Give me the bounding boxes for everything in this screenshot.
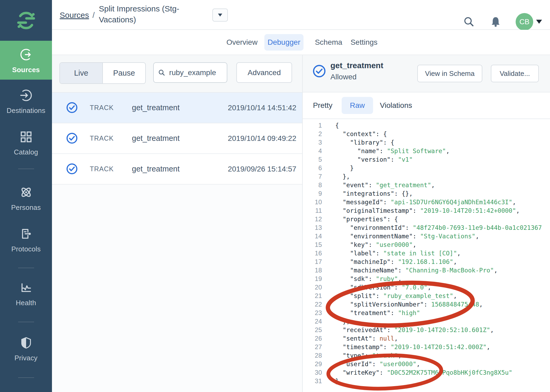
account-caret-down-icon[interactable] [536,20,542,24]
breadcrumb-sources-link[interactable]: Sources [60,11,89,20]
json-line-text: "writeKey": "D0C52M2K75TM6CPqo8bHKj0fC3n… [335,368,512,377]
view-in-schema-button[interactable]: View in Schema [417,65,482,82]
event-detail-panel: get_treatment Allowed View in Schema Val… [302,55,550,392]
line-number: 26 [303,334,323,343]
json-line: 17 "machineIp": "192.168.1.106", [303,258,550,266]
line-number: 24 [303,317,323,326]
sidebar-item-personas[interactable]: Personas [0,186,52,212]
live-button[interactable]: Live [60,63,102,83]
json-line-text: "label": "state in list [CO]", [335,249,461,258]
json-line-text: "machineName": "Channing-B-MacBook-Pro", [335,266,498,275]
json-line-text: "library": { [335,138,394,147]
bell-icon[interactable] [490,16,502,28]
json-line-text: "timestamp": "2019-10-14T20:51:42.000Z", [335,343,490,351]
json-line: 26 "sentAt": null, [303,334,550,343]
line-number: 30 [303,368,323,377]
tab-schema[interactable]: Schema [315,30,342,55]
json-line: 21 "split": "ruby_example_test", [303,292,550,300]
tab-debugger[interactable]: Debugger [264,34,304,51]
event-row[interactable]: TRACK get_treatment 2019/10/14 14:51:42 [52,93,302,123]
event-row[interactable]: TRACK get_treatment 2019/10/14 09:49:22 [52,123,302,154]
json-line: 27 "timestamp": "2019-10-14T20:51:42.000… [303,343,550,351]
json-line: 5 "version": "v1" [303,155,550,164]
search-input[interactable] [169,68,223,77]
segment-logo[interactable] [0,0,52,41]
json-line-text: { [335,121,339,130]
json-line: 15 "key": "user0000", [303,240,550,249]
sidebar-item-protocols[interactable]: Protocols [0,228,52,253]
json-line: 22 "splitVersionNumber": 1568848475448, [303,300,550,309]
sidebar-item-destinations[interactable]: Destinations [0,89,52,115]
json-line-text: "receivedAt": "2019-10-14T20:52:10.601Z"… [335,326,494,334]
json-line-text: }, [335,317,350,326]
caret-down-icon [218,14,222,17]
source-switcher-button[interactable] [212,9,228,22]
line-number: 20 [303,283,323,292]
event-list: TRACK get_treatment 2019/10/14 14:51:42 … [52,93,302,185]
allowed-check-icon [312,64,326,78]
sources-icon [20,49,32,60]
catalog-icon [20,131,32,143]
event-name: get_treatment [132,165,180,173]
json-line-text: "type": "track", [335,351,402,360]
sidebar-item-privacy[interactable]: Privacy [0,337,52,362]
sidebar-item-health[interactable]: Health [0,282,52,307]
line-number: 25 [303,326,323,334]
json-line-text: "context": { [335,130,387,138]
search-icon [158,68,165,77]
json-line-text: "userId": "user0000", [335,360,420,368]
tab-pretty[interactable]: Pretty [312,92,334,119]
pause-button[interactable]: Pause [102,63,145,83]
json-line: 30 "writeKey": "D0C52M2K75TM6CPqo8bHKj0f… [303,368,550,377]
live-pause-toggle: Live Pause [59,62,146,84]
json-line-text: "sdkVersion": "7.0.0", [335,283,431,292]
json-line-text: "properties": { [335,215,398,223]
line-number: 15 [303,240,323,249]
breadcrumb-separator: / [92,11,95,20]
json-line: 1{ [303,121,550,130]
line-number: 23 [303,309,323,317]
valid-check-icon [66,101,78,114]
json-line: 23 "treatment": "high" [303,309,550,317]
event-timestamp: 2019/09/26 15:14:57 [228,165,296,173]
json-line: 31} [303,377,550,385]
event-type: TRACK [90,134,114,142]
event-row[interactable]: TRACK get_treatment 2019/09/26 15:14:57 [52,154,302,185]
validate-button[interactable]: Validate... [491,65,539,82]
json-viewer[interactable]: 1{2 "context": {3 "library": {4 "name": … [303,120,550,392]
debugger-event-panel: Live Pause Advanced TRACK get [52,55,302,392]
page-tabbar: Overview Debugger Schema Settings [52,30,550,55]
json-line-text: } [335,164,354,172]
tab-settings[interactable]: Settings [349,30,379,55]
event-detail-header: get_treatment Allowed View in Schema Val… [303,55,550,92]
tab-violations[interactable]: Violations [377,92,415,119]
line-number: 6 [303,164,323,172]
line-number: 14 [303,232,323,240]
sidebar-divider [18,322,34,322]
line-number: 19 [303,275,323,283]
json-line-text: "originalTimestamp": "2019-10-14T20:51:4… [335,206,520,215]
line-number: 1 [303,121,323,130]
sidebar-item-catalog[interactable]: Catalog [0,131,52,156]
event-name: get_treatment [132,103,180,112]
json-line-text: "messageId": "api-1SD7Ur6NGY6Q4jaNDhEm14… [335,198,516,206]
json-line: 20 "sdkVersion": "7.0.0", [303,283,550,292]
json-line-text: "key": "user0000", [335,240,416,249]
event-timestamp: 2019/10/14 09:49:22 [228,134,296,143]
advanced-button[interactable]: Advanced [236,62,292,83]
sidebar-item-sources[interactable]: Sources [0,41,52,80]
sidebar-item-label: Protocols [11,245,41,253]
search-icon[interactable] [463,16,475,28]
avatar[interactable]: CB [516,13,533,31]
json-code: 1{2 "context": {3 "library": {4 "name": … [303,121,550,385]
json-line-text: "environmentId": "48f274b0-7693-11e9-b44… [335,223,542,232]
line-number: 11 [303,206,323,215]
json-line-text: }, [335,172,350,181]
tab-raw[interactable]: Raw [342,97,373,114]
json-line: 24 }, [303,317,550,326]
json-line: 16 "label": "state in list [CO]", [303,249,550,258]
valid-check-icon [66,132,78,144]
tab-overview[interactable]: Overview [227,30,257,55]
json-line: 6 } [303,164,550,172]
json-line: 14 "environmentName": "Stg-Vacations", [303,232,550,240]
